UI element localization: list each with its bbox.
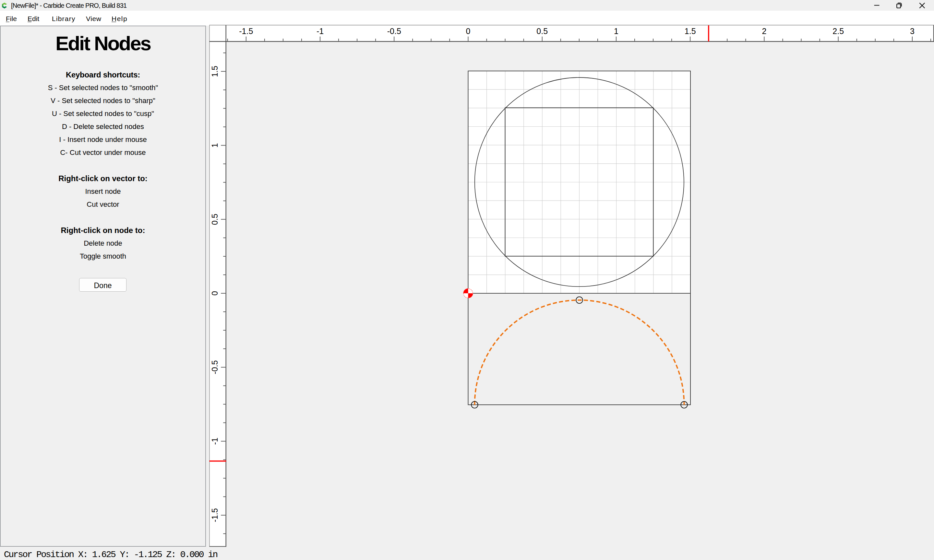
svg-text:1: 1: [614, 26, 618, 35]
svg-text:-1: -1: [210, 437, 219, 445]
svg-text:-0.5: -0.5: [210, 360, 219, 374]
svg-text:1: 1: [210, 143, 219, 148]
svg-text:0: 0: [210, 291, 219, 295]
svg-text:2.5: 2.5: [832, 26, 844, 35]
svg-text:-0.5: -0.5: [387, 26, 401, 35]
svg-text:-1.5: -1.5: [239, 26, 253, 35]
svg-text:0: 0: [466, 26, 470, 35]
svg-text:0.5: 0.5: [536, 26, 548, 35]
svg-text:-1: -1: [316, 26, 324, 35]
svg-text:1.5: 1.5: [210, 66, 219, 77]
svg-text:-1.5: -1.5: [210, 508, 219, 522]
svg-text:1.5: 1.5: [684, 26, 696, 35]
svg-text:2: 2: [762, 26, 767, 35]
svg-text:3: 3: [910, 26, 914, 35]
svg-text:0.5: 0.5: [210, 214, 219, 225]
